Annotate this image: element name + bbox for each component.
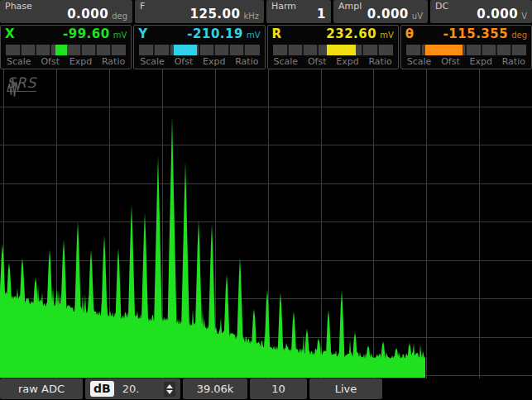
dc-unit: V <box>521 12 527 21</box>
dc-offset-panel[interactable]: DC 0.000 V <box>430 0 532 23</box>
meter-tick <box>420 45 422 55</box>
offset-button[interactable]: Ofst <box>308 56 327 67</box>
amplitude-unit: uV <box>412 12 423 21</box>
span-button[interactable]: 39.06k <box>183 379 247 399</box>
db-scale-button[interactable]: dB 20. <box>85 379 180 399</box>
channel-theta-panel: θ -115.355 deg Scale Ofst Expd Ratio <box>400 25 532 69</box>
meter-tick <box>228 45 230 55</box>
phase-panel[interactable]: Phase 0.000 deg <box>0 0 132 23</box>
meter-tick <box>317 45 319 55</box>
step-down-arrow-icon <box>166 390 173 394</box>
channel-x-unit: mV <box>113 31 127 40</box>
expand-button[interactable]: Expd <box>470 56 492 67</box>
meter-tick <box>481 45 482 55</box>
meter-level-indicator <box>55 45 68 55</box>
scale-button[interactable]: Scale <box>140 56 165 67</box>
meter-level-indicator <box>174 45 197 55</box>
srs-logo: SRS <box>7 76 36 92</box>
channel-y-panel: Y -210.19 mV Scale Ofst Expd Ratio <box>133 25 265 69</box>
spectrum-chart <box>0 69 532 379</box>
channel-theta-label: θ <box>405 26 414 41</box>
db-unit-chip: dB <box>90 381 114 397</box>
channel-r-unit: mV <box>380 31 394 40</box>
meter-tick <box>50 45 51 55</box>
channel-r-buttons: Scale Ofst Expd Ratio <box>272 55 394 67</box>
meter-level-indicator <box>425 45 463 55</box>
meter-tick <box>496 45 497 55</box>
meter-tick <box>362 45 363 55</box>
channel-theta-value: -115.355 <box>414 26 508 41</box>
meter-tick <box>35 45 36 55</box>
channel-r-meter-bar[interactable] <box>273 45 393 55</box>
meter-tick <box>243 45 245 55</box>
channel-y-value: -210.19 <box>147 26 243 41</box>
channel-x-label: X <box>5 26 15 41</box>
meter-tick <box>95 45 97 55</box>
ratio-button[interactable]: Ratio <box>235 56 258 67</box>
channel-x-panel: X -99.60 mV Scale Ofst Expd Ratio <box>0 25 132 69</box>
display-source-label: raw ADC <box>18 383 65 395</box>
channel-theta-meter-bar[interactable] <box>406 45 526 55</box>
ratio-button[interactable]: Ratio <box>102 56 125 67</box>
amplitude-panel[interactable]: Ampl 0.000 uV <box>333 0 428 23</box>
phase-unit: deg <box>112 12 127 21</box>
live-label: Live <box>335 383 357 395</box>
channel-y-meter-bar[interactable] <box>139 45 259 55</box>
offset-button[interactable]: Ofst <box>175 56 194 67</box>
lockin-display-screen: Phase 0.000 deg F 125.00 kHz Harm 1 Ampl… <box>0 0 532 400</box>
frequency-unit: kHz <box>243 12 259 21</box>
channel-y-unit: mV <box>247 31 261 40</box>
channel-r-panel: R 232.60 mV Scale Ofst Expd Ratio <box>267 25 399 69</box>
meter-track <box>406 45 526 55</box>
channel-r-readout: R 232.60 mV <box>272 26 394 43</box>
footer-softkey-bar: raw ADC dB 20. 39.06k 10 Live <box>0 379 532 400</box>
channel-r-label: R <box>272 26 282 41</box>
avg-count-button[interactable]: 10 <box>250 379 307 399</box>
scale-button[interactable]: Scale <box>274 56 299 67</box>
offset-button[interactable]: Ofst <box>41 56 60 67</box>
ratio-button[interactable]: Ratio <box>368 56 391 67</box>
spectrum-plot-area: SRS <box>0 69 532 379</box>
avg-count-value: 10 <box>271 383 285 395</box>
meter-level-indicator <box>327 45 356 55</box>
srs-waveform-icon <box>7 76 20 98</box>
phase-label: Phase <box>5 1 32 12</box>
offset-button[interactable]: Ofst <box>441 56 460 67</box>
db-scale-value: 20. <box>122 383 140 395</box>
channel-x-value: -99.60 <box>15 26 110 41</box>
channel-x-meter-bar[interactable] <box>6 45 126 55</box>
reference-parameter-bar: Phase 0.000 deg F 125.00 kHz Harm 1 Ampl… <box>0 0 532 23</box>
channel-theta-unit: deg <box>511 31 527 40</box>
display-source-button[interactable]: raw ADC <box>0 379 83 399</box>
meter-tick <box>199 45 200 55</box>
meter-tick <box>377 45 379 55</box>
expand-button[interactable]: Expd <box>203 56 225 67</box>
expand-button[interactable]: Expd <box>69 56 92 67</box>
channel-theta-readout: θ -115.355 deg <box>405 26 527 43</box>
channel-y-buttons: Scale Ofst Expd Ratio <box>138 55 260 67</box>
frequency-value: 125.00 <box>140 7 240 21</box>
channel-y-label: Y <box>138 26 147 41</box>
meter-tick <box>213 45 215 55</box>
scale-button[interactable]: Scale <box>407 56 432 67</box>
meter-tick <box>153 45 155 55</box>
channel-readout-bar: X -99.60 mV Scale Ofst Expd Ratio Y -210… <box>0 25 532 69</box>
up-down-stepper-icon[interactable] <box>164 382 175 397</box>
channel-r-value: 232.60 <box>281 26 376 41</box>
scale-button[interactable]: Scale <box>7 56 31 67</box>
frequency-panel[interactable]: F 125.00 kHz <box>135 0 264 23</box>
meter-tick <box>287 45 289 55</box>
meter-track <box>139 45 259 55</box>
span-value: 39.06k <box>197 383 234 395</box>
meter-tick <box>510 45 512 55</box>
expand-button[interactable]: Expd <box>336 56 358 67</box>
harmonic-panel[interactable]: Harm 1 <box>266 0 331 23</box>
live-button[interactable]: Live <box>309 379 382 399</box>
frequency-label: F <box>140 1 145 12</box>
step-up-arrow-icon <box>166 384 173 388</box>
meter-tick <box>80 45 82 55</box>
ratio-button[interactable]: Ratio <box>502 56 525 67</box>
dc-label: DC <box>435 1 448 12</box>
meter-tick <box>302 45 304 55</box>
channel-x-readout: X -99.60 mV <box>5 26 127 43</box>
